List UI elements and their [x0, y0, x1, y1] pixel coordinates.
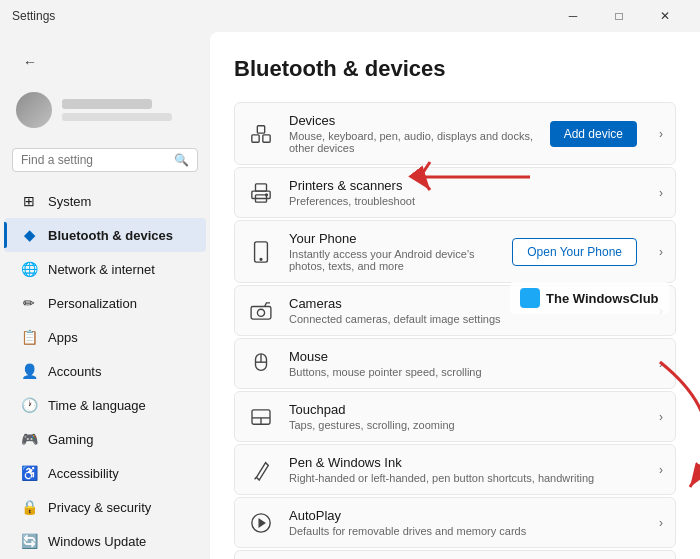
sidebar: ← 🔍 ⊞ System ◆ Bluetooth & devices 🌐 Net…: [0, 32, 210, 559]
pen-title: Pen & Windows Ink: [289, 455, 637, 470]
mouse-title: Mouse: [289, 349, 637, 364]
titlebar: Settings ─ □ ✕: [0, 0, 700, 32]
nav-item-accessibility[interactable]: ♿ Accessibility: [4, 456, 206, 490]
mouse-chevron: ›: [659, 357, 663, 371]
settings-item-devices[interactable]: Devices Mouse, keyboard, pen, audio, dis…: [234, 102, 676, 165]
devices-title: Devices: [289, 113, 536, 128]
sidebar-profile: [0, 84, 210, 144]
nav-item-privacy[interactable]: 🔒 Privacy & security: [4, 490, 206, 524]
cameras-icon: [247, 297, 275, 325]
svg-rect-1: [263, 134, 270, 141]
svg-point-6: [266, 193, 268, 195]
pen-subtitle: Right-handed or left-handed, pen button …: [289, 472, 637, 484]
mouse-text: Mouse Buttons, mouse pointer speed, scro…: [289, 349, 637, 378]
bluetooth-icon: ◆: [20, 226, 38, 244]
open-phone-button[interactable]: Open Your Phone: [512, 238, 637, 266]
nav-item-network[interactable]: 🌐 Network & internet: [4, 252, 206, 286]
settings-list: Devices Mouse, keyboard, pen, audio, dis…: [234, 102, 676, 559]
pen-icon: [247, 456, 275, 484]
nav-item-system[interactable]: ⊞ System: [4, 184, 206, 218]
nav-item-personalization[interactable]: ✏ Personalization: [4, 286, 206, 320]
settings-item-your-phone[interactable]: Your Phone Instantly access your Android…: [234, 220, 676, 283]
printers-icon: [247, 179, 275, 207]
devices-icon: [247, 120, 275, 148]
search-input[interactable]: [21, 153, 168, 167]
printers-title: Printers & scanners: [289, 178, 637, 193]
phone-title: Your Phone: [289, 231, 498, 246]
time-icon: 🕐: [20, 396, 38, 414]
nav-label-accessibility: Accessibility: [48, 466, 119, 481]
settings-item-autoplay[interactable]: AutoPlay Defaults for removable drives a…: [234, 497, 676, 548]
autoplay-icon: [247, 509, 275, 537]
printers-chevron: ›: [659, 186, 663, 200]
profile-name: [62, 99, 152, 109]
network-icon: 🌐: [20, 260, 38, 278]
back-button[interactable]: ←: [16, 48, 44, 76]
pen-text: Pen & Windows Ink Right-handed or left-h…: [289, 455, 637, 484]
autoplay-chevron: ›: [659, 516, 663, 530]
svg-point-10: [257, 309, 264, 316]
autoplay-subtitle: Defaults for removable drives and memory…: [289, 525, 637, 537]
titlebar-left: Settings: [12, 9, 55, 23]
svg-rect-3: [256, 183, 267, 190]
devices-action: Add device: [550, 121, 637, 147]
privacy-icon: 🔒: [20, 498, 38, 516]
pen-chevron: ›: [659, 463, 663, 477]
svg-rect-2: [257, 125, 264, 132]
svg-rect-0: [252, 134, 259, 141]
nav-label-system: System: [48, 194, 91, 209]
nav-label-network: Network & internet: [48, 262, 155, 277]
touchpad-icon: [247, 403, 275, 431]
app-title: Settings: [12, 9, 55, 23]
system-icon: ⊞: [20, 192, 38, 210]
settings-item-usb[interactable]: USB Notifications, USB battery saver, mo…: [234, 550, 676, 559]
nav-item-time[interactable]: 🕐 Time & language: [4, 388, 206, 422]
maximize-button[interactable]: □: [596, 0, 642, 32]
devices-subtitle: Mouse, keyboard, pen, audio, displays an…: [289, 130, 536, 154]
svg-line-17: [255, 477, 257, 479]
phone-chevron: ›: [659, 245, 663, 259]
nav-item-windows-update[interactable]: 🔄 Windows Update: [4, 524, 206, 558]
autoplay-title: AutoPlay: [289, 508, 637, 523]
settings-item-cameras[interactable]: Cameras Connected cameras, default image…: [234, 285, 676, 336]
cameras-chevron: ›: [659, 304, 663, 318]
gaming-icon: 🎮: [20, 430, 38, 448]
settings-item-printers[interactable]: Printers & scanners Preferences, trouble…: [234, 167, 676, 218]
phone-icon: [247, 238, 275, 266]
add-device-button[interactable]: Add device: [550, 121, 637, 147]
nav-label-personalization: Personalization: [48, 296, 137, 311]
search-icon: 🔍: [174, 153, 189, 167]
apps-icon: 📋: [20, 328, 38, 346]
nav-label-bluetooth: Bluetooth & devices: [48, 228, 173, 243]
printers-subtitle: Preferences, troubleshoot: [289, 195, 637, 207]
accounts-icon: 👤: [20, 362, 38, 380]
profile-email: [62, 113, 172, 121]
mouse-subtitle: Buttons, mouse pointer speed, scrolling: [289, 366, 637, 378]
minimize-button[interactable]: ─: [550, 0, 596, 32]
svg-rect-9: [251, 306, 271, 319]
settings-item-mouse[interactable]: Mouse Buttons, mouse pointer speed, scro…: [234, 338, 676, 389]
search-box[interactable]: 🔍: [12, 148, 198, 172]
touchpad-subtitle: Taps, gestures, scrolling, zooming: [289, 419, 637, 431]
phone-action: Open Your Phone: [512, 238, 637, 266]
profile-info: [62, 99, 172, 121]
devices-text: Devices Mouse, keyboard, pen, audio, dis…: [289, 113, 536, 154]
phone-text: Your Phone Instantly access your Android…: [289, 231, 498, 272]
touchpad-title: Touchpad: [289, 402, 637, 417]
close-button[interactable]: ✕: [642, 0, 688, 32]
nav-label-accounts: Accounts: [48, 364, 101, 379]
page-title: Bluetooth & devices: [234, 56, 676, 82]
settings-item-pen[interactable]: Pen & Windows Ink Right-handed or left-h…: [234, 444, 676, 495]
nav-label-windows-update: Windows Update: [48, 534, 146, 549]
nav-item-gaming[interactable]: 🎮 Gaming: [4, 422, 206, 456]
windows-update-icon: 🔄: [20, 532, 38, 550]
personalization-icon: ✏: [20, 294, 38, 312]
touchpad-chevron: ›: [659, 410, 663, 424]
nav-item-bluetooth[interactable]: ◆ Bluetooth & devices: [4, 218, 206, 252]
nav-label-time: Time & language: [48, 398, 146, 413]
nav-label-gaming: Gaming: [48, 432, 94, 447]
nav-item-apps[interactable]: 📋 Apps: [4, 320, 206, 354]
nav-item-accounts[interactable]: 👤 Accounts: [4, 354, 206, 388]
accessibility-icon: ♿: [20, 464, 38, 482]
settings-item-touchpad[interactable]: Touchpad Taps, gestures, scrolling, zoom…: [234, 391, 676, 442]
